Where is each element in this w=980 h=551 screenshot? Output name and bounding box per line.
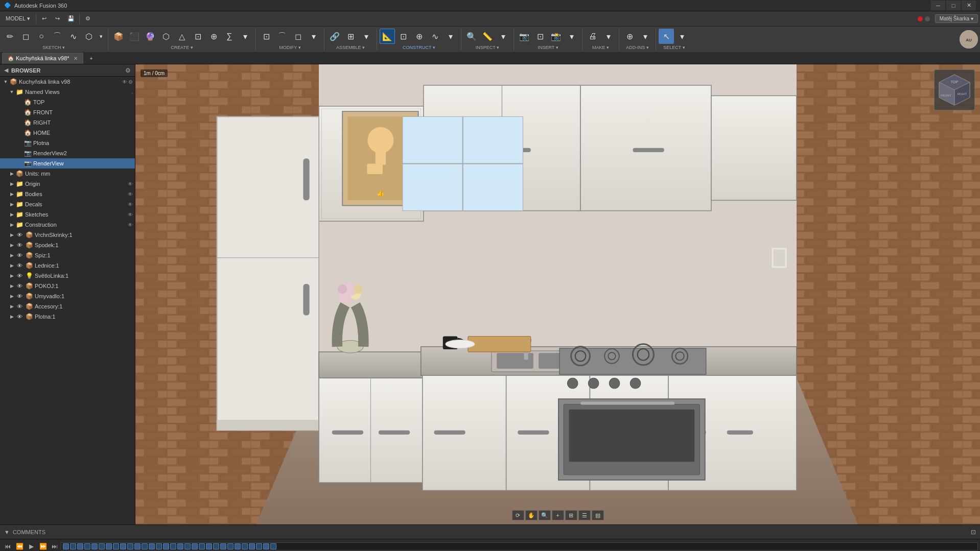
insert-image-btn[interactable]: 📷 [517, 29, 532, 44]
tree-item-spodek[interactable]: ▶ 👁 📦 Spodek:1 [0, 240, 135, 250]
timeline-tick-21 [206, 543, 212, 549]
step-back-button[interactable]: ⏪ [14, 541, 25, 552]
tree-item-bodies[interactable]: ▶ 📁 Bodies 👁 [0, 189, 135, 199]
construct-plane-angle-btn[interactable]: ⊡ [395, 29, 411, 44]
tree-item-spiz[interactable]: ▶ 👁 📦 Spiz:1 [0, 250, 135, 260]
tree-item-named-views[interactable]: ▼ 📁 Named Views , [0, 87, 135, 97]
tree-item-renderview[interactable]: 📷 RenderView [0, 158, 135, 169]
insert-screenshot-btn[interactable]: 📸 [548, 29, 564, 44]
sketch-circle-btn[interactable]: ○ [34, 29, 49, 44]
user-button[interactable]: Matěj Škarka ▾ [935, 14, 978, 23]
select-tool-btn[interactable]: ↖ [659, 29, 674, 44]
vp-zoomin-btn[interactable]: + [552, 510, 564, 520]
tree-item-pokoj[interactable]: ▶ 👁 📦 POKOJ:1 [0, 281, 135, 291]
addins-scripts-btn[interactable]: ⊕ [622, 29, 637, 44]
tree-item-svetlolinka[interactable]: ▶ 👁 💡 SvětloLinka:1 [0, 271, 135, 281]
modify-more-btn[interactable]: ▾ [306, 29, 321, 44]
navigation-cube[interactable]: TOP RIGHT FRONT [934, 69, 975, 110]
inspect-measure-btn[interactable]: 🔍 [464, 29, 479, 44]
create-sweep-btn[interactable]: 🔮 [143, 29, 158, 44]
create-mirror-btn[interactable]: ⊡ [190, 29, 205, 44]
modify-chamfer-btn[interactable]: ◻ [290, 29, 306, 44]
tree-item-vrchniskrinky[interactable]: ▶ 👁 📦 VrchnSkrinky:1 [0, 230, 135, 240]
tree-item-origin[interactable]: ▶ 📁 Origin 👁 [0, 179, 135, 189]
vp-grid-btn[interactable]: ⊞ [565, 510, 577, 520]
sketch-arc-btn[interactable]: ⌒ [50, 29, 65, 44]
comments-toggle-button[interactable]: ⊡ [971, 529, 976, 536]
3d-viewport[interactable]: 👍 [135, 64, 980, 524]
create-patch-btn[interactable]: △ [174, 29, 190, 44]
sketch-more-btn[interactable]: ▾ [97, 29, 105, 44]
tree-item-units[interactable]: ▶ 📦 Units: mm [0, 169, 135, 179]
settings-button[interactable]: ⚙ [82, 13, 94, 25]
construct-offset-plane-btn[interactable]: 📐 [380, 29, 395, 44]
modify-fillet-btn[interactable]: ⌒ [274, 29, 290, 44]
assemble-more-btn[interactable]: ▾ [359, 29, 374, 44]
create-extrude-btn[interactable]: 📦 [111, 29, 126, 44]
addins-more-btn[interactable]: ▾ [638, 29, 653, 44]
construct-tangent-plane-btn[interactable]: ⊕ [411, 29, 427, 44]
vp-zoom-btn[interactable]: 🔍 [539, 510, 551, 520]
sketch-spline-btn[interactable]: ∿ [65, 29, 81, 44]
undo-button[interactable]: ↩ [38, 13, 51, 25]
close-button[interactable]: ✕ [962, 1, 976, 11]
sketch-polygon-btn[interactable]: ⬡ [81, 29, 97, 44]
vp-display-btn[interactable]: ☰ [578, 510, 591, 520]
tree-item-sketches[interactable]: ▶ 📁 Sketches 👁 [0, 209, 135, 220]
save-button[interactable]: 💾 [65, 13, 77, 25]
tab-close-button[interactable]: ✕ [74, 56, 78, 61]
tree-item-plotna[interactable]: 📷 Plotna [0, 138, 135, 148]
select-more-btn[interactable]: ▾ [674, 29, 690, 44]
vp-orbit-btn[interactable]: ⟳ [512, 510, 524, 520]
create-pattern-btn[interactable]: ⊕ [206, 29, 221, 44]
tree-item-plotna1[interactable]: ▶ 👁 📦 Plotna:1 [0, 312, 135, 322]
minimize-button[interactable]: ─ [931, 1, 945, 11]
vp-viewcube-btn[interactable]: ▤ [592, 510, 604, 520]
document-tab[interactable]: 🏠 Kuchyňská linka v98* ✕ [2, 53, 83, 64]
comments-expand-button[interactable]: ▼ [4, 529, 10, 535]
modify-press-btn[interactable]: ⊡ [259, 29, 274, 44]
insert-more-btn[interactable]: ▾ [564, 29, 579, 44]
construct-more-btn[interactable]: ▾ [443, 29, 458, 44]
sketch-tool-btn[interactable]: ✏ [2, 29, 17, 44]
construct-axis-btn[interactable]: ∿ [427, 29, 442, 44]
make-label: MAKE ▾ [592, 45, 609, 50]
inspect-more-btn[interactable]: ▾ [496, 29, 511, 44]
play-button[interactable]: ▶ [26, 541, 37, 552]
new-tab-button[interactable]: + [85, 52, 98, 64]
maximize-button[interactable]: □ [946, 1, 961, 11]
accesory-arrow: ▶ [8, 303, 15, 310]
timeline-track[interactable] [61, 542, 978, 550]
tree-item-lednice[interactable]: ▶ 👁 📦 Lednice:1 [0, 260, 135, 271]
tree-item-renderview2[interactable]: 📷 RenderView2 [0, 148, 135, 158]
sketch-rect-btn[interactable]: ◻ [18, 29, 33, 44]
create-sum-btn[interactable]: ∑ [222, 29, 237, 44]
step-forward-button[interactable]: ⏩ [37, 541, 49, 552]
model-dropdown-button[interactable]: MODEL ▾ [2, 13, 34, 25]
tree-item-home[interactable]: 🏠 HOME [0, 128, 135, 138]
create-more-btn[interactable]: ▾ [238, 29, 253, 44]
tree-item-front[interactable]: 🏠 FRONT [0, 107, 135, 117]
model-root-item[interactable]: ▼ 📦 Kuchyňská linka v98 👁 ⚙ [0, 77, 135, 87]
go-end-button[interactable]: ⏭ [49, 541, 60, 552]
inspect-section-btn[interactable]: 📏 [480, 29, 495, 44]
create-revolve-btn[interactable]: ⬛ [127, 29, 142, 44]
sidebar-expand-button[interactable]: ◀ [4, 67, 8, 74]
assemble-joint-btn[interactable]: 🔗 [327, 29, 342, 44]
vp-pan-btn[interactable]: ✋ [525, 510, 538, 520]
tree-item-construction[interactable]: ▶ 📁 Construction 👁 [0, 220, 135, 230]
make-3dprint-btn[interactable]: 🖨 [585, 29, 600, 44]
tree-item-decals[interactable]: ▶ 📁 Decals 👁 [0, 199, 135, 209]
tree-item-umyvadlo[interactable]: ▶ 👁 📦 Umyvadlo:1 [0, 291, 135, 301]
tree-item-accesory[interactable]: ▶ 👁 📦 Accesory:1 [0, 301, 135, 312]
insert-mesh-btn[interactable]: ⊡ [532, 29, 548, 44]
create-loft-btn[interactable]: ⬡ [158, 29, 174, 44]
assemble-new-btn[interactable]: ⊞ [343, 29, 358, 44]
go-start-button[interactable]: ⏮ [2, 541, 13, 552]
browser-settings-button[interactable]: ⚙ [125, 67, 131, 74]
tree-item-top[interactable]: 🏠 TOP [0, 97, 135, 107]
tree-item-right[interactable]: 🏠 RIGHT [0, 117, 135, 128]
make-more-btn[interactable]: ▾ [601, 29, 616, 44]
redo-button[interactable]: ↪ [52, 13, 64, 25]
timeline-tick-2 [70, 543, 76, 549]
